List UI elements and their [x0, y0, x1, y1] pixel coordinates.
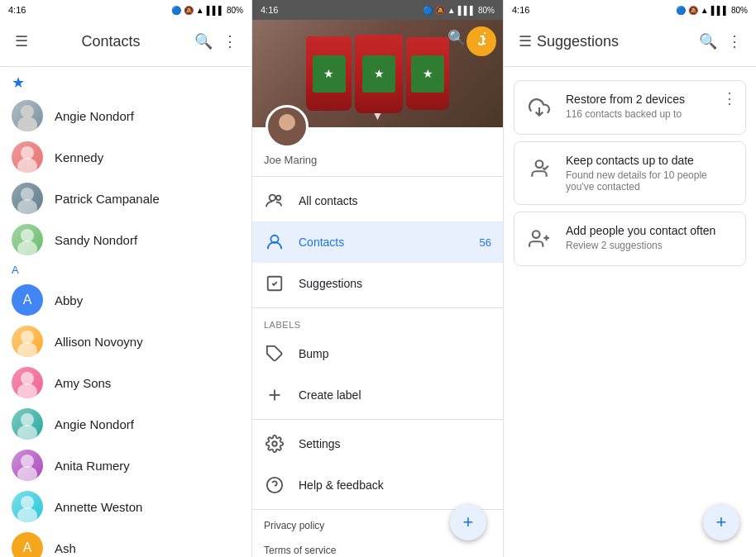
- hamburger-button[interactable]: ☰: [10, 30, 33, 53]
- time-middle: 4:16: [261, 5, 278, 15]
- menu-item-contacts[interactable]: Contacts 56: [252, 221, 503, 263]
- suggestion-add-people[interactable]: Add people you contact often Review 2 su…: [514, 212, 746, 266]
- cover-photo: ★ ★ ★ J ▼: [252, 20, 503, 127]
- svg-point-15: [17, 466, 37, 481]
- star-section: ★: [0, 70, 251, 95]
- svg-point-1: [17, 117, 37, 131]
- contact-name: Abby: [55, 293, 83, 307]
- contact-item[interactable]: Angie Nondorf: [0, 403, 251, 445]
- menu-item-all-contacts[interactable]: All contacts: [252, 180, 503, 221]
- suggestion-text-add: Add people you contact often Review 2 su…: [566, 224, 735, 251]
- suggestion-more-icon[interactable]: ⋮: [722, 89, 737, 107]
- contacts-badge: 56: [480, 236, 491, 249]
- battery-right: 80%: [731, 6, 748, 15]
- avatar: A: [12, 532, 43, 557]
- svg-point-16: [21, 496, 34, 509]
- contact-name: Angie Nondorf: [55, 417, 134, 431]
- middle-panel: 4:16 🔵 🔕 ▲ ▌▌▌ 80% ★ ★ ★: [252, 0, 504, 557]
- svg-point-22: [279, 114, 295, 131]
- suggestion-update[interactable]: Keep contacts up to date Found new detai…: [514, 141, 746, 205]
- wifi-icon: ▲: [196, 6, 204, 15]
- svg-point-3: [17, 158, 37, 173]
- suggestion-restore-title: Restore from 2 devices: [566, 93, 735, 106]
- status-bar-left: 4:16 🔵 🔕 ▲ ▌▌▌ 80%: [0, 0, 251, 20]
- contact-name: Sandy Nondorf: [55, 233, 137, 247]
- section-a: A: [0, 260, 251, 279]
- contact-name: Annette Weston: [55, 500, 142, 514]
- avatar: [12, 326, 43, 357]
- contact-item[interactable]: Annette Weston: [0, 486, 251, 527]
- suggestion-text-update: Keep contacts up to date Found new detai…: [566, 154, 735, 193]
- suggestion-update-title: Keep contacts up to date: [566, 154, 735, 167]
- bluetooth-icon-r: 🔵: [676, 6, 686, 15]
- left-panel: 4:16 🔵 🔕 ▲ ▌▌▌ 80% ☰ Contacts 🔍 ⋮ ★ Angi…: [0, 0, 252, 557]
- terms-of-service-link[interactable]: Terms of service: [252, 538, 503, 557]
- contact-item[interactable]: Anita Rumery: [0, 445, 251, 486]
- suggestions-list: Restore from 2 devices 116 contacts back…: [504, 70, 756, 557]
- menu-item-settings[interactable]: Settings: [252, 423, 503, 464]
- menu-item-help[interactable]: Help & feedback: [252, 464, 503, 506]
- svg-point-9: [17, 342, 37, 357]
- contact-item[interactable]: Sandy Nondorf: [0, 219, 251, 260]
- search-button-left[interactable]: 🔍: [192, 30, 215, 53]
- status-bar-right: 4:16 🔵 🔕 ▲ ▌▌▌ 80%: [504, 0, 756, 20]
- labels-header: LABELS: [252, 312, 503, 333]
- expand-arrow-icon: ▼: [372, 109, 384, 122]
- cup-label-3: ★: [411, 55, 444, 93]
- starbucks-logo-2: ★: [374, 67, 385, 80]
- bluetooth-icon-m: 🔵: [423, 6, 433, 15]
- right-panel: 4:16 🔵 🔕 ▲ ▌▌▌ 80% ☰ Suggestions 🔍 ⋮: [504, 0, 756, 557]
- contact-item[interactable]: Kennedy: [0, 136, 251, 178]
- suggestion-text-restore: Restore from 2 devices 116 contacts back…: [566, 93, 735, 120]
- cup-label-1: ★: [313, 55, 346, 93]
- contact-name: Ash: [55, 541, 76, 555]
- more-menu-button-middle[interactable]: ⋮: [473, 26, 496, 50]
- contact-item[interactable]: Patrick Campanale: [0, 178, 251, 219]
- contact-item[interactable]: Amy Sons: [0, 362, 251, 403]
- svg-point-33: [536, 160, 543, 168]
- contact-item[interactable]: A Ash: [0, 527, 251, 557]
- avatar: [12, 141, 43, 173]
- suggestion-update-subtitle: Found new details for 10 people you've c…: [566, 169, 735, 193]
- avatar: [12, 450, 43, 481]
- status-icons-right: 🔵 🔕 ▲ ▌▌▌ 80%: [676, 6, 748, 15]
- svg-point-5: [17, 199, 37, 214]
- suggestion-add-subtitle: Review 2 suggestions: [566, 240, 735, 251]
- hamburger-button-right[interactable]: ☰: [514, 30, 537, 53]
- contact-item[interactable]: A Abby: [0, 279, 251, 321]
- mute-icon-r: 🔕: [688, 6, 698, 15]
- menu-item-bump[interactable]: Bump: [252, 333, 503, 374]
- all-contacts-icon: [264, 190, 285, 212]
- suggestion-restore-subtitle: 116 contacts backed up to: [566, 108, 735, 120]
- menu-item-create-label[interactable]: Create label: [252, 374, 503, 416]
- contacts-title: Contacts: [33, 33, 189, 50]
- search-button-right[interactable]: 🔍: [696, 30, 720, 53]
- contacts-icon: [264, 231, 285, 253]
- starbucks-logo: ★: [323, 67, 334, 80]
- all-contacts-label: All contacts: [299, 194, 491, 207]
- restore-cloud-icon: [524, 93, 554, 122]
- fab-middle[interactable]: +: [450, 504, 486, 540]
- cup-label-2: ★: [362, 55, 395, 93]
- contact-item[interactable]: Angie Nondorf: [0, 95, 251, 136]
- avatar: [12, 100, 43, 131]
- avatar: [12, 367, 43, 398]
- contact-name: Kennedy: [55, 150, 103, 164]
- svg-point-13: [17, 425, 37, 440]
- suggestions-label: Suggestions: [299, 277, 491, 290]
- menu-item-suggestions[interactable]: Suggestions: [252, 263, 503, 304]
- svg-point-29: [272, 441, 277, 446]
- more-menu-button-left[interactable]: ⋮: [218, 30, 242, 53]
- svg-point-34: [533, 231, 540, 238]
- help-icon: [264, 474, 285, 496]
- avatar: [12, 183, 43, 214]
- contact-list: ★ Angie Nondorf Kennedy Patrick Campanal…: [0, 70, 251, 557]
- search-button-middle[interactable]: 🔍: [445, 26, 468, 50]
- create-label-text: Create label: [299, 388, 491, 402]
- status-icons-middle: 🔵 🔕 ▲ ▌▌▌ 80%: [423, 6, 495, 15]
- suggestion-restore[interactable]: Restore from 2 devices 116 contacts back…: [514, 80, 746, 135]
- contact-item[interactable]: Allison Novoyny: [0, 321, 251, 362]
- svg-point-8: [21, 331, 34, 344]
- more-menu-button-right[interactable]: ⋮: [723, 30, 746, 53]
- contact-name: Anita Rumery: [55, 459, 130, 473]
